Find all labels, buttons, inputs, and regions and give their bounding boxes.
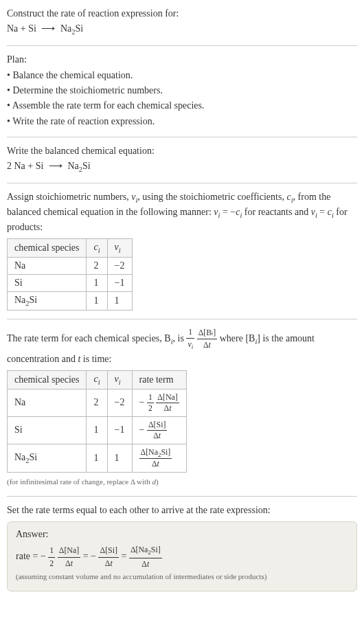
rateterm-footnote: (for infinitesimal rate of change, repla… bbox=[7, 477, 357, 488]
species-na: Na bbox=[7, 23, 18, 34]
fraction-half: 12 bbox=[147, 392, 154, 414]
rateterm-text: The rate term for each chemical species,… bbox=[7, 326, 357, 366]
answer-assumption: (assuming constant volume and no accumul… bbox=[16, 572, 348, 583]
cell-ci: 2 bbox=[87, 389, 107, 416]
table-row: Na 2 −2 bbox=[8, 258, 133, 275]
cell-species: Na bbox=[8, 258, 87, 275]
cell-nui: −1 bbox=[107, 275, 132, 292]
cell-nui: 1 bbox=[107, 292, 132, 310]
cell-nui: 1 bbox=[107, 444, 132, 472]
fraction-dbi-dt: Δ[Bᵢ]Δt bbox=[197, 327, 218, 352]
plan-item: • Balance the chemical equation. bbox=[7, 69, 357, 82]
cell-nui: −2 bbox=[107, 258, 132, 275]
cell-species: Si bbox=[8, 275, 87, 292]
col-nui: νi bbox=[107, 239, 132, 258]
table-row: Si 1 −1 − Δ[Si]Δt bbox=[8, 416, 187, 444]
balanced-equation: 2 Na + Si ⟶ Na2Si bbox=[7, 159, 357, 174]
plan-item: • Assemble the rate term for each chemic… bbox=[7, 99, 357, 113]
prompt-title: Construct the rate of reaction expressio… bbox=[7, 7, 357, 21]
cell-species: Si bbox=[8, 416, 87, 444]
plan-item: • Write the rate of reaction expression. bbox=[7, 115, 357, 128]
plus-sign: + bbox=[27, 161, 33, 171]
cell-rateterm: − Δ[Si]Δt bbox=[132, 416, 186, 444]
table-row: Si 1 −1 bbox=[8, 275, 133, 292]
cell-ci: 1 bbox=[87, 292, 107, 310]
cell-ci: 1 bbox=[87, 275, 107, 292]
divider bbox=[7, 183, 357, 183]
cell-ci: 2 bbox=[87, 258, 107, 275]
answer-box: Answer: rate = − 12 Δ[Na]Δt = − Δ[Si]Δt … bbox=[7, 521, 357, 591]
plan-heading: Plan: bbox=[7, 53, 357, 67]
divider bbox=[7, 45, 357, 46]
cell-ci: 1 bbox=[87, 416, 107, 444]
answer-label: Answer: bbox=[16, 529, 348, 540]
col-nui: νi bbox=[107, 370, 132, 389]
rateterm-section: The rate term for each chemical species,… bbox=[7, 326, 357, 488]
divider bbox=[7, 137, 357, 137]
fraction-dna-dt: Δ[Na]Δt bbox=[156, 392, 179, 414]
unbalanced-equation: Na + Si ⟶ Na2Si bbox=[7, 22, 357, 37]
species-na: Na bbox=[14, 161, 25, 171]
divider bbox=[7, 496, 357, 497]
rate-expression: rate = − 12 Δ[Na]Δt = − Δ[Si]Δt = Δ[Na2S… bbox=[16, 544, 348, 570]
coef-2: 2 bbox=[7, 161, 12, 171]
fraction-dsi-dt: Δ[Si]Δt bbox=[98, 545, 118, 569]
table-header-row: chemical species ci νi rate term bbox=[8, 370, 187, 389]
rate-word: rate = bbox=[16, 551, 41, 561]
species-na2si: Na2Si bbox=[60, 23, 83, 34]
table-header-row: chemical species ci νi bbox=[8, 239, 133, 258]
plan-section: Plan: • Balance the chemical equation. •… bbox=[7, 53, 357, 128]
species-si: Si bbox=[36, 161, 44, 171]
reaction-arrow: ⟶ bbox=[38, 22, 58, 36]
stoich-section: Assign stoichiometric numbers, νi, using… bbox=[7, 190, 357, 310]
cell-rateterm: Δ[Na2Si]Δt bbox=[132, 444, 186, 472]
cell-nui: −2 bbox=[107, 389, 132, 416]
reaction-arrow: ⟶ bbox=[46, 159, 65, 173]
divider bbox=[7, 319, 357, 319]
table-row: Na2Si 1 1 bbox=[8, 292, 133, 310]
species-si: Si bbox=[28, 23, 36, 34]
cell-ci: 1 bbox=[87, 444, 107, 472]
species-na2si: Na2Si bbox=[67, 161, 90, 171]
final-heading: Set the rate terms equal to each other t… bbox=[7, 504, 357, 517]
fraction-dsi-dt: Δ[Si]Δt bbox=[147, 420, 167, 441]
col-species: chemical species bbox=[8, 239, 87, 258]
rateterm-table: chemical species ci νi rate term Na 2 −2… bbox=[7, 370, 187, 473]
stoich-table: chemical species ci νi Na 2 −2 Si 1 −1 N… bbox=[7, 238, 133, 310]
fraction-dna-dt: Δ[Na]Δt bbox=[58, 545, 80, 569]
col-rateterm: rate term bbox=[132, 370, 186, 389]
cell-nui: −1 bbox=[107, 416, 132, 444]
fraction-half: 12 bbox=[48, 545, 55, 569]
table-row: Na2Si 1 1 Δ[Na2Si]Δt bbox=[8, 444, 187, 472]
balanced-section: Write the balanced chemical equation: 2 … bbox=[7, 144, 357, 174]
prompt-section: Construct the rate of reaction expressio… bbox=[7, 7, 357, 37]
final-section: Set the rate terms equal to each other t… bbox=[7, 504, 357, 591]
col-species: chemical species bbox=[8, 370, 87, 389]
plus-sign: + bbox=[21, 23, 28, 34]
col-ci: ci bbox=[87, 239, 107, 258]
plan-item: • Determine the stoichiometric numbers. bbox=[7, 84, 357, 98]
balanced-heading: Write the balanced chemical equation: bbox=[7, 144, 357, 158]
fraction-1-over-nui: 1νi bbox=[186, 326, 194, 352]
table-row: Na 2 −2 − 12 Δ[Na]Δt bbox=[8, 389, 187, 416]
cell-species: Na2Si bbox=[8, 292, 87, 310]
cell-rateterm: − 12 Δ[Na]Δt bbox=[132, 389, 186, 416]
fraction-dna2si-dt: Δ[Na2Si]Δt bbox=[139, 447, 172, 469]
stoich-text: Assign stoichiometric numbers, νi, using… bbox=[7, 190, 357, 234]
cell-species: Na bbox=[8, 389, 87, 416]
fraction-dna2si-dt: Δ[Na2Si]Δt bbox=[129, 544, 162, 570]
cell-species: Na2Si bbox=[8, 444, 87, 472]
col-ci: ci bbox=[87, 370, 107, 389]
